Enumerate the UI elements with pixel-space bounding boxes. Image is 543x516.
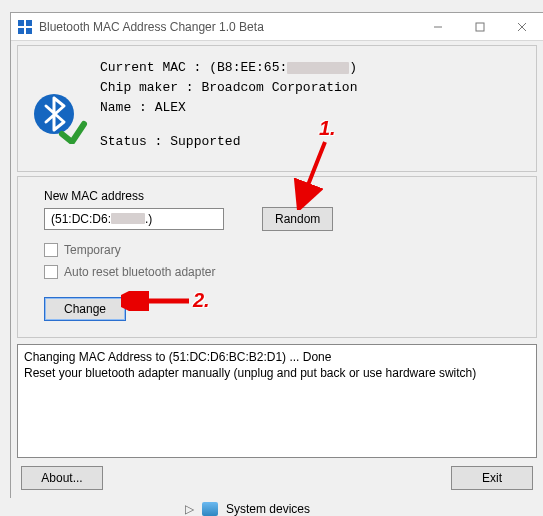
tree-snippet: ▷ System devices xyxy=(185,502,310,516)
svg-rect-1 xyxy=(18,20,24,26)
exit-button[interactable]: Exit xyxy=(451,466,533,490)
redacted-block xyxy=(287,62,349,74)
chevron-right-icon[interactable]: ▷ xyxy=(185,502,194,516)
tree-item-label[interactable]: System devices xyxy=(226,502,310,516)
close-button[interactable] xyxy=(501,13,543,41)
mac-panel: New MAC address (51:DC:D6:.) Random Temp… xyxy=(17,176,537,338)
new-mac-input[interactable]: (51:DC:D6:.) xyxy=(44,208,224,230)
current-mac-row: Current MAC : (B8:EE:65:) xyxy=(100,58,526,78)
maximize-button[interactable] xyxy=(459,13,501,41)
window-title: Bluetooth MAC Address Changer 1.0 Beta xyxy=(39,20,264,34)
minimize-button[interactable] xyxy=(417,13,459,41)
app-window: Bluetooth MAC Address Changer 1.0 Beta xyxy=(10,12,543,498)
titlebar: Bluetooth MAC Address Changer 1.0 Beta xyxy=(11,13,543,41)
name-label: Name : xyxy=(100,100,147,115)
log-line: Changing MAC Address to (51:DC:D6:BC:B2:… xyxy=(24,349,530,365)
temporary-row[interactable]: Temporary xyxy=(44,243,510,257)
chip-maker-value: Broadcom Corporation xyxy=(201,80,357,95)
temporary-checkbox[interactable] xyxy=(44,243,58,257)
status-label: Status : xyxy=(100,134,162,149)
svg-rect-4 xyxy=(26,28,32,34)
status-row: Status : Supported xyxy=(100,132,526,152)
bottom-button-row: About... Exit xyxy=(17,466,537,492)
name-value: ALEX xyxy=(155,100,186,115)
svg-rect-2 xyxy=(26,20,32,26)
about-button[interactable]: About... xyxy=(21,466,103,490)
current-mac-label: Current MAC : xyxy=(100,60,201,75)
temporary-label: Temporary xyxy=(64,243,121,257)
log-panel[interactable]: Changing MAC Address to (51:DC:D6:BC:B2:… xyxy=(17,344,537,458)
redacted-block xyxy=(111,213,145,224)
bluetooth-icon xyxy=(32,92,78,138)
content-area: Current MAC : (B8:EE:65:) Chip maker : B… xyxy=(11,41,543,498)
new-mac-label: New MAC address xyxy=(44,189,510,203)
random-button[interactable]: Random xyxy=(262,207,333,231)
auto-reset-checkbox[interactable] xyxy=(44,265,58,279)
status-value: Supported xyxy=(170,134,240,149)
device-icon xyxy=(202,502,218,516)
chip-maker-row: Chip maker : Broadcom Corporation xyxy=(100,78,526,98)
svg-rect-3 xyxy=(18,28,24,34)
current-mac-value: (B8:EE:65:) xyxy=(209,60,357,75)
info-panel: Current MAC : (B8:EE:65:) Chip maker : B… xyxy=(17,45,537,172)
change-button[interactable]: Change xyxy=(44,297,126,321)
auto-reset-row[interactable]: Auto reset bluetooth adapter xyxy=(44,265,510,279)
log-line: Reset your bluetooth adapter manually (u… xyxy=(24,365,530,381)
app-icon xyxy=(17,19,33,35)
name-row: Name : ALEX xyxy=(100,98,526,118)
svg-rect-6 xyxy=(476,23,484,31)
chip-maker-label: Chip maker : xyxy=(100,80,194,95)
auto-reset-label: Auto reset bluetooth adapter xyxy=(64,265,215,279)
